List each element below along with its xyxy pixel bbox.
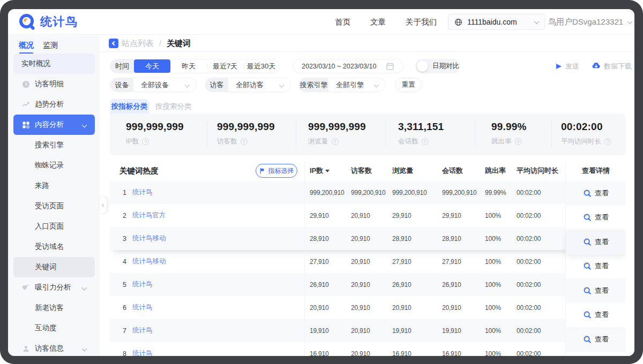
row-rank: 3	[123, 235, 132, 242]
row-rank: 5	[123, 281, 132, 289]
sidebar-tab-0[interactable]: 概况	[19, 41, 34, 50]
back-button[interactable]	[109, 39, 118, 48]
column-header-5[interactable]: 平均访问时长	[511, 166, 565, 176]
help-icon[interactable]: ?	[422, 138, 429, 145]
help-icon[interactable]: ?	[515, 138, 522, 145]
filter-select-label: 设备	[110, 78, 133, 92]
metric-select-button[interactable]: 指标选择	[256, 164, 297, 178]
column-header-1[interactable]: 访客数	[346, 166, 387, 176]
view-detail-button[interactable]: 查看	[566, 230, 626, 254]
column-header-0[interactable]: IP数	[304, 166, 346, 176]
filter-select-2[interactable]: 搜索引擎全部引擎	[298, 78, 386, 92]
keyword-cell: 7统计鸟	[110, 326, 304, 335]
time-option-0[interactable]: 今天	[134, 59, 170, 73]
view-detail-button[interactable]: 查看	[566, 278, 626, 303]
keyword-link[interactable]: 统计鸟	[132, 349, 153, 356]
help-icon[interactable]: ?	[604, 138, 611, 145]
tab-by-search[interactable]: 按搜索分类	[155, 99, 192, 113]
logo[interactable]: 统计鸟	[19, 13, 78, 30]
download-button[interactable]: 数据下载	[592, 62, 632, 71]
sidebar-item-12[interactable]: 新老访客	[13, 298, 95, 318]
sidebar-tab-1[interactable]: 监测	[43, 41, 58, 50]
column-header-2[interactable]: 浏览量	[387, 166, 437, 176]
table-row[interactable]: 6统计鸟20,91020,91020,91020,910100%00:02:00	[110, 296, 626, 319]
nav-item-0[interactable]: 首页	[335, 17, 350, 27]
table-row[interactable]: 8统计鸟16,91020,91016,91016,910100%00:02:00	[110, 342, 626, 356]
trend-icon	[22, 101, 30, 109]
cell-duration: 00:02:00	[511, 327, 565, 335]
sidebar-item-6[interactable]: 来路	[13, 176, 95, 196]
table-row[interactable]: 3统计鸟移动28,91020,91028,91028,910100%00:02:…	[110, 227, 626, 250]
table-row[interactable]: 1统计鸟999,200,910999,200,910999,200,910999…	[110, 181, 626, 204]
stat-label-text: 浏览量	[308, 137, 328, 146]
keyword-link[interactable]: 统计鸟	[132, 280, 153, 289]
keyword-link[interactable]: 统计鸟	[132, 303, 153, 312]
view-detail-button[interactable]: 查看	[566, 254, 626, 279]
keyword-link[interactable]: 统计鸟官方	[132, 211, 166, 220]
sidebar-item-label: 新老访客	[35, 303, 64, 313]
cell-views: 999,200,910	[387, 189, 437, 196]
time-option-3[interactable]: 最近30天	[243, 59, 279, 73]
send-button[interactable]: 发送	[556, 62, 579, 71]
keyword-cell: 6统计鸟	[110, 303, 304, 312]
reset-button[interactable]: 重置	[395, 78, 422, 92]
time-option-1[interactable]: 昨天	[170, 59, 207, 73]
sidebar-item-8[interactable]: 入口页面	[13, 216, 95, 237]
sidebar-item-7[interactable]: 受访页面	[13, 196, 95, 216]
time-option-2[interactable]: 最近7天	[207, 59, 243, 73]
view-detail-button[interactable]: 查看	[566, 181, 626, 206]
keyword-link[interactable]: 统计鸟	[132, 326, 153, 335]
filter-select-1[interactable]: 访客全部访客	[205, 78, 291, 92]
view-detail-button[interactable]: 查看	[566, 206, 626, 230]
nav-item-2[interactable]: 关于我们	[406, 17, 437, 27]
stat-value: 999,999,999	[308, 121, 386, 133]
keyword-link[interactable]: 统计鸟	[132, 188, 153, 197]
row-rank: 6	[123, 304, 132, 312]
sidebar-item-9[interactable]: 受访域名	[13, 237, 95, 257]
view-detail-button[interactable]: 查看	[566, 352, 626, 357]
calendar-icon[interactable]	[377, 59, 403, 73]
tab-by-metric[interactable]: 按指标分类	[110, 99, 149, 113]
column-header-4[interactable]: 跳出率	[480, 166, 511, 176]
help-icon[interactable]: ?	[241, 138, 248, 145]
globe-icon	[454, 18, 462, 26]
sidebar-item-5[interactable]: 蜘蛛记录	[13, 155, 95, 176]
help-icon[interactable]: ?	[332, 138, 339, 145]
site-selector[interactable]: 1111baidu.com	[448, 14, 545, 30]
table-row[interactable]: 4统计鸟移动27,91020,91027,91027,910100%00:02:…	[110, 250, 626, 273]
cell-ip: 999,200,910	[304, 189, 346, 196]
filter-select-0[interactable]: 设备全部设备	[110, 78, 197, 92]
table-row[interactable]: 2统计鸟官方29,91020,91029,91029,910100%00:02:…	[110, 204, 626, 227]
view-detail-button[interactable]: 查看	[566, 303, 626, 328]
cell-views: 16,910	[387, 350, 437, 357]
view-detail-button[interactable]: 查看	[566, 327, 626, 352]
date-compare-toggle[interactable]: 日期对比	[415, 59, 460, 73]
cell-visitors: 20,910	[346, 212, 387, 219]
sidebar-item-0[interactable]: 实时概况	[13, 54, 95, 74]
grid-icon	[22, 121, 30, 129]
help-icon[interactable]: ?	[142, 138, 149, 145]
table-row[interactable]: 5统计鸟26,91020,91026,91026,910100%00:02:00	[110, 273, 626, 296]
sidebar-item-14[interactable]: 访客信息	[13, 338, 95, 356]
sidebar-item-13[interactable]: 互动度	[13, 318, 95, 338]
nav-item-1[interactable]: 文章	[370, 17, 386, 27]
column-header-3[interactable]: 会话数	[437, 166, 480, 176]
keyword-link[interactable]: 统计鸟移动	[132, 234, 166, 243]
history-icon	[21, 80, 30, 88]
grid-icon	[21, 120, 30, 129]
keyword-link[interactable]: 统计鸟移动	[132, 257, 166, 266]
user-menu[interactable]: 鸟用户DSvga123321	[548, 9, 632, 35]
date-range-picker[interactable]: 2023/03/10 ~ 2023/03/10	[293, 59, 403, 73]
view-magnifier-icon	[583, 238, 592, 246]
sidebar-item-1[interactable]: 访客明细	[13, 74, 95, 94]
history-icon	[22, 80, 30, 88]
sidebar-item-11[interactable]: 吸引力分析	[13, 277, 95, 298]
table-row[interactable]: 7统计鸟19,91020,91019,91019,910100%00:02:00	[110, 319, 626, 342]
sidebar-item-3[interactable]: 内容分析	[13, 115, 95, 135]
view-label: 查看	[595, 237, 609, 247]
sidebar-item-2[interactable]: 趋势分析	[13, 94, 95, 115]
sidebar-collapse-handle[interactable]	[100, 197, 107, 213]
sidebar-item-10[interactable]: 关键词	[13, 257, 95, 277]
breadcrumb-parent[interactable]: 站点列表	[122, 39, 154, 49]
sidebar-item-4[interactable]: 搜索引擎	[13, 135, 95, 155]
